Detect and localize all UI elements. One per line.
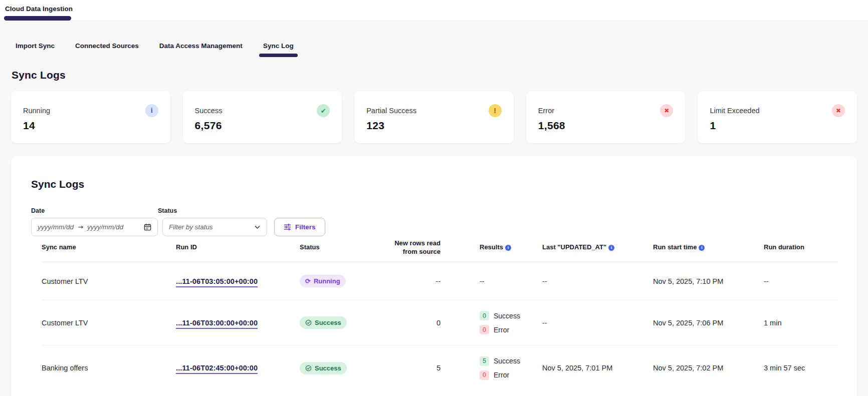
col-run-duration: Run duration bbox=[764, 243, 838, 252]
error-label: Error bbox=[494, 326, 509, 334]
sync-name-cell: Customer LTV bbox=[42, 277, 176, 285]
success-count-chip: 0 bbox=[480, 311, 489, 320]
tab-data-access-management[interactable]: Data Access Management bbox=[159, 42, 243, 57]
success-label: Success bbox=[494, 312, 520, 320]
summary-card-error: Error ✖ 1,568 bbox=[526, 91, 686, 143]
status-badge-label: Success bbox=[315, 364, 341, 372]
app-header: Cloud Data Ingestion bbox=[0, 0, 868, 21]
tab-connected-sources[interactable]: Connected Sources bbox=[75, 42, 139, 57]
summary-cards: Running i 14 Success ✔ 6,576 Partial Suc… bbox=[11, 91, 857, 143]
run-start-cell: Nov 5, 2025, 7:10 PM bbox=[653, 277, 764, 285]
app-title-active-indicator bbox=[4, 16, 71, 21]
info-icon[interactable]: i bbox=[505, 245, 511, 251]
info-icon: i bbox=[145, 104, 158, 117]
last-updated-cell: Nov 5, 2025, 7:01 PM bbox=[542, 364, 653, 372]
col-new-rows: New rows read from source bbox=[380, 239, 441, 256]
summary-card-running: Running i 14 bbox=[11, 91, 170, 143]
info-icon[interactable]: i bbox=[608, 245, 614, 251]
x-icon: ✖ bbox=[832, 104, 845, 117]
col-sync-name: Sync name bbox=[42, 243, 176, 252]
card-value: 123 bbox=[366, 120, 502, 132]
success-count-chip: 5 bbox=[480, 356, 489, 366]
panel-title: Sync Logs bbox=[31, 156, 838, 190]
date-range-input[interactable]: yyyy/mm/dd → yyyy/mm/dd bbox=[31, 218, 158, 236]
run-id-link[interactable]: ...11-06T03:05:00+00:00 bbox=[176, 277, 258, 285]
card-value: 1 bbox=[710, 120, 845, 132]
tab-sync-log[interactable]: Sync Log bbox=[263, 42, 294, 57]
filters-row: Date yyyy/mm/dd → yyyy/mm/dd bbox=[31, 207, 838, 236]
error-count-chip: 0 bbox=[480, 325, 489, 334]
results-error-line: 0 Error bbox=[480, 370, 542, 380]
date-start-placeholder: yyyy/mm/dd bbox=[38, 223, 74, 231]
check-icon: ✔ bbox=[317, 104, 330, 117]
results-success-line: 5 Success bbox=[480, 356, 542, 366]
table-header-row: Sync name Run ID Status New rows read fr… bbox=[42, 236, 838, 262]
results-cell: 0 Success 0 Error bbox=[441, 306, 542, 339]
run-start-cell: Nov 5, 2025, 7:06 PM bbox=[653, 319, 764, 327]
card-value: 14 bbox=[23, 120, 158, 132]
x-icon: ✖ bbox=[660, 104, 673, 117]
col-last-updated: Last "UPDATED_AT"i bbox=[542, 243, 653, 252]
card-label: Running bbox=[23, 107, 50, 115]
filters-button-label: Filters bbox=[295, 223, 316, 231]
card-label: Partial Success bbox=[366, 107, 416, 115]
status-badge-success: Success bbox=[300, 362, 347, 374]
card-label: Error bbox=[538, 107, 554, 115]
col-results-label: Results bbox=[480, 243, 503, 251]
col-results: Resultsi bbox=[441, 243, 542, 252]
run-id-link[interactable]: ...11-06T03:00:00+00:00 bbox=[176, 319, 258, 327]
tab-bar: Import Sync Connected Sources Data Acces… bbox=[0, 42, 868, 57]
col-run-start-label: Run start time bbox=[653, 243, 697, 251]
results-error-line: 0 Error bbox=[480, 325, 542, 334]
results-cell: -- bbox=[441, 277, 542, 285]
results-success-line: 0 Success bbox=[480, 311, 542, 320]
table-row: Customer LTV ...11-06T03:00:00+00:00 Suc… bbox=[42, 300, 838, 345]
status-select-placeholder: Filter by status bbox=[169, 223, 213, 231]
summary-card-limit-exceeded: Limit Exceeded ✖ 1 bbox=[698, 91, 857, 143]
error-count-chip: 0 bbox=[480, 370, 489, 380]
sync-logs-panel: Sync Logs Date yyyy/mm/dd → yyyy/mm/dd bbox=[11, 156, 857, 396]
table-row: Customer LTV ...11-06T03:05:00+00:00 ⟳ R… bbox=[42, 262, 838, 300]
calendar-icon[interactable] bbox=[144, 223, 151, 231]
page-title: Sync Logs bbox=[12, 69, 868, 81]
results-cell: 5 Success 0 Error bbox=[441, 351, 542, 385]
success-label: Success bbox=[494, 357, 520, 365]
check-circle-icon bbox=[305, 319, 312, 326]
table-row: Banking offers ...11-06T02:45:00+00:00 S… bbox=[42, 345, 838, 390]
status-badge-success: Success bbox=[300, 316, 347, 329]
card-label: Success bbox=[195, 107, 223, 115]
status-badge-label: Success bbox=[315, 319, 341, 326]
run-id-link[interactable]: ...11-06T02:45:00+00:00 bbox=[176, 364, 258, 372]
col-run-id: Run ID bbox=[176, 243, 300, 252]
col-last-updated-label: Last "UPDATED_AT" bbox=[542, 243, 606, 251]
card-label: Limit Exceeded bbox=[710, 107, 759, 115]
date-end-placeholder: yyyy/mm/dd bbox=[87, 223, 123, 231]
sliders-icon bbox=[284, 223, 291, 231]
last-updated-cell: -- bbox=[542, 319, 653, 327]
new-rows-cell: -- bbox=[380, 277, 441, 285]
col-run-start: Run start timei bbox=[653, 243, 764, 252]
info-icon[interactable]: i bbox=[699, 245, 705, 251]
sync-log-table: Sync name Run ID Status New rows read fr… bbox=[42, 236, 838, 390]
arrow-right-icon: → bbox=[78, 223, 83, 231]
new-rows-cell: 5 bbox=[380, 364, 441, 372]
summary-card-partial-success: Partial Success ! 123 bbox=[354, 91, 514, 143]
status-select[interactable]: Filter by status bbox=[162, 218, 267, 236]
app-title[interactable]: Cloud Data Ingestion bbox=[0, 0, 868, 18]
warning-icon: ! bbox=[489, 104, 502, 117]
sync-name-cell: Banking offers bbox=[42, 364, 176, 372]
filters-button[interactable]: Filters bbox=[274, 218, 325, 236]
status-filter-label: Status bbox=[158, 207, 267, 214]
duration-cell: 3 min 57 sec bbox=[764, 364, 838, 372]
new-rows-cell: 0 bbox=[380, 319, 441, 327]
chevron-down-icon bbox=[254, 224, 261, 230]
tab-import-sync[interactable]: Import Sync bbox=[16, 42, 55, 57]
sync-name-cell: Customer LTV bbox=[42, 319, 176, 327]
last-updated-cell: -- bbox=[542, 277, 653, 285]
status-badge-label: Running bbox=[314, 277, 340, 285]
status-filter-group: Status Filter by status bbox=[158, 207, 267, 236]
duration-cell: -- bbox=[764, 277, 838, 285]
card-value: 1,568 bbox=[538, 120, 674, 132]
card-value: 6,576 bbox=[195, 120, 330, 132]
duration-cell: 1 min bbox=[764, 319, 838, 327]
